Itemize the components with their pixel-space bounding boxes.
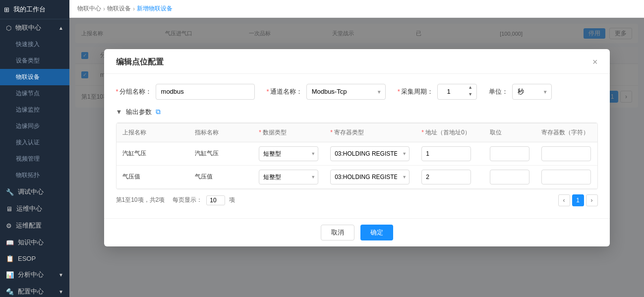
inner-next-page-button[interactable]: › — [586, 194, 598, 206]
row2-storage-type-cell: 03:HOLDING REGISTE 01:COIL 02:DISCRETE I… — [324, 165, 415, 188]
unit-select-wrapper: 秒 毫秒 分钟 ▼ — [512, 84, 552, 100]
dialog-header: 编辑点位配置 × — [104, 49, 610, 74]
sidebar-item-quick-access[interactable]: 快速接入 — [0, 36, 69, 53]
row2-metric-name: 气压值 — [189, 165, 253, 188]
section-toggle-icon[interactable]: ▼ — [116, 108, 122, 116]
inner-per-page-select[interactable]: 10 20 50 — [206, 195, 225, 205]
main-area: 物联中心 › 物联设备 › 新增物联设备 上报名称 气压进气口 一次品标 天堂战… — [69, 0, 644, 297]
breadcrumb-item-1[interactable]: 物联中心 — [77, 4, 101, 13]
sidebar-item-video-mgmt[interactable]: 视频管理 — [0, 151, 69, 167]
row1-storage-bytes-input[interactable] — [541, 146, 591, 161]
form-item-channel: *通道名称： Modbus-Tcp Modbus-Rtu ▼ — [267, 84, 386, 100]
period-up-arrow[interactable]: ▲ — [465, 84, 476, 91]
sidebar-section-debug[interactable]: 🔧 调试中心 — [0, 183, 69, 200]
row1-storage-bytes-cell — [535, 142, 597, 165]
row2-precision-input[interactable] — [490, 170, 529, 184]
section-title: ▼ 输出参数 ⧉ — [116, 108, 598, 117]
sidebar-section-knowledge[interactable]: 📖 知识中心 — [0, 234, 69, 251]
copy-icon[interactable]: ⧉ — [156, 108, 161, 116]
breadcrumb-item-2[interactable]: 物联设备 — [107, 4, 131, 13]
row1-storage-type-cell: 03:HOLDING REGISTE 01:COIL 02:DISCRETE I… — [324, 142, 415, 165]
channel-select[interactable]: Modbus-Tcp Modbus-Rtu — [306, 84, 386, 100]
period-down-arrow[interactable]: ▼ — [465, 91, 476, 98]
chevron-down-icon-analysis: ▼ — [59, 272, 63, 278]
row1-storage-type-select[interactable]: 03:HOLDING REGISTE 01:COIL 02:DISCRETE I… — [330, 146, 410, 161]
breadcrumb-separator-2: › — [133, 5, 135, 12]
inner-table-wrapper: 上报名称 指标名称 数据类型 寄存器类型 地址（首地址0） 取位 寄存器数（字符… — [116, 122, 598, 189]
channel-select-wrapper: Modbus-Tcp Modbus-Rtu ▼ — [306, 84, 386, 100]
cancel-button[interactable]: 取消 — [321, 225, 354, 240]
sidebar-item-iot-topo[interactable]: 物联拓扑 — [0, 167, 69, 183]
sidebar-section-analysis[interactable]: 📊 分析中心 ▼ — [0, 266, 69, 283]
inner-prev-page-button[interactable]: ‹ — [558, 194, 570, 206]
sidebar-header: ⊞ 我的工作台 — [0, 0, 69, 19]
sidebar-item-edge-monitor[interactable]: 边缘监控 — [0, 102, 69, 118]
row1-precision-cell — [484, 142, 535, 165]
period-input-wrapper: ▲ ▼ — [437, 84, 477, 100]
inner-page-1-button[interactable]: 1 — [572, 194, 584, 206]
period-arrows: ▲ ▼ — [465, 84, 476, 99]
required-mark-channel: * — [267, 88, 269, 95]
sidebar-title: 我的工作台 — [13, 5, 46, 14]
inner-table: 上报名称 指标名称 数据类型 寄存器类型 地址（首地址0） 取位 寄存器数（字符… — [117, 123, 597, 189]
inner-pagination-total: 第1至10项，共2项 — [116, 196, 165, 204]
dialog-footer: 取消 确定 — [104, 218, 610, 246]
table-row-2: 气压值 气压值 短整型 整型 长整型 浮点型 — [117, 165, 597, 188]
col-header-precision: 取位 — [484, 123, 535, 142]
col-header-metric-name: 指标名称 — [189, 123, 253, 142]
required-mark-period: * — [398, 88, 400, 95]
sidebar-section-ops[interactable]: 🖥 运维中心 — [0, 200, 69, 217]
config-icon: 🔩 — [6, 288, 14, 296]
unit-select[interactable]: 秒 毫秒 分钟 — [512, 84, 552, 100]
inner-pagination: 第1至10项，共2项 每页显示： 10 20 50 项 ‹ 1 — [116, 189, 598, 208]
row2-storage-bytes-cell — [535, 165, 597, 188]
sidebar-section-label: 物联中心 — [15, 23, 41, 32]
sidebar-section-analysis-label: 分析中心 — [18, 270, 44, 279]
row2-data-type-select[interactable]: 短整型 整型 长整型 浮点型 双精度 字符串 布尔型 — [259, 170, 318, 184]
dialog-form-row: *分组名称： *通道名称： Modbus-Tcp Modb — [116, 84, 598, 100]
sidebar-section-config[interactable]: 🔩 配置中心 ▼ — [0, 283, 69, 297]
row1-address-input[interactable] — [421, 146, 471, 161]
row2-address-input[interactable] — [421, 170, 471, 184]
col-header-data-type: 数据类型 — [253, 123, 324, 142]
channel-label: *通道名称： — [267, 87, 302, 96]
sidebar-item-device-type[interactable]: 设备类型 — [0, 53, 69, 69]
sidebar-section-esop[interactable]: 📋 ESOP — [0, 251, 69, 266]
sidebar: ⊞ 我的工作台 ⬡ 物联中心 ▲ 快速接入 设备类型 物联设备 边缘节点 边缘监… — [0, 0, 69, 297]
sidebar-item-edge-node[interactable]: 边缘节点 — [0, 85, 69, 102]
row2-precision-cell — [484, 165, 535, 188]
form-item-unit: 单位： 秒 毫秒 分钟 ▼ — [489, 84, 552, 100]
breadcrumb-item-3: 新增物联设备 — [137, 4, 173, 13]
row2-storage-bytes-input[interactable] — [541, 170, 591, 184]
dialog-title: 编辑点位配置 — [116, 57, 164, 67]
dialog-close-button[interactable]: × — [592, 58, 598, 66]
inner-per-page-label: 每页显示： — [173, 196, 202, 204]
row1-report-name: 汽缸气压 — [117, 142, 189, 165]
col-header-storage-bytes: 寄存器数（字符） — [535, 123, 597, 142]
knowledge-icon: 📖 — [6, 239, 14, 246]
group-name-input[interactable] — [156, 84, 255, 100]
required-mark-group: * — [116, 88, 118, 95]
chevron-up-icon: ▲ — [59, 25, 63, 31]
sidebar-section-debug-label: 调试中心 — [18, 187, 44, 196]
sidebar-item-access-auth[interactable]: 接入认证 — [0, 134, 69, 151]
confirm-button[interactable]: 确定 — [360, 225, 393, 240]
table-row-1: 汽缸气压 汽缸气压 短整型 整型 长整型 浮点 — [117, 142, 597, 165]
edit-point-config-dialog: 编辑点位配置 × *分组名称： * — [104, 49, 610, 246]
debug-icon: 🔧 — [6, 188, 14, 196]
sidebar-item-edge-sync[interactable]: 边缘同步 — [0, 118, 69, 134]
unit-label: 单位： — [489, 87, 508, 96]
sidebar-item-iot-device[interactable]: 物联设备 — [0, 69, 69, 85]
sidebar-section-ops-config[interactable]: ⚙ 运维配置 — [0, 217, 69, 234]
sidebar-section-iot[interactable]: ⬡ 物联中心 ▲ — [0, 19, 69, 36]
row1-precision-input[interactable] — [490, 146, 529, 161]
sidebar-section-esop-label: ESOP — [18, 255, 36, 262]
esop-icon: 📋 — [6, 255, 14, 262]
inner-table-body: 汽缸气压 汽缸气压 短整型 整型 长整型 浮点 — [117, 142, 597, 188]
sidebar-section-config-label: 配置中心 — [18, 287, 44, 296]
grid-icon: ⊞ — [4, 6, 9, 13]
sidebar-section-ops-config-label: 运维配置 — [16, 221, 42, 230]
row2-storage-type-select[interactable]: 03:HOLDING REGISTE 01:COIL 02:DISCRETE I… — [330, 170, 410, 184]
row1-data-type-select[interactable]: 短整型 整型 长整型 浮点型 双精度 字符串 布尔型 — [259, 146, 318, 161]
group-name-label: *分组名称： — [116, 87, 152, 96]
